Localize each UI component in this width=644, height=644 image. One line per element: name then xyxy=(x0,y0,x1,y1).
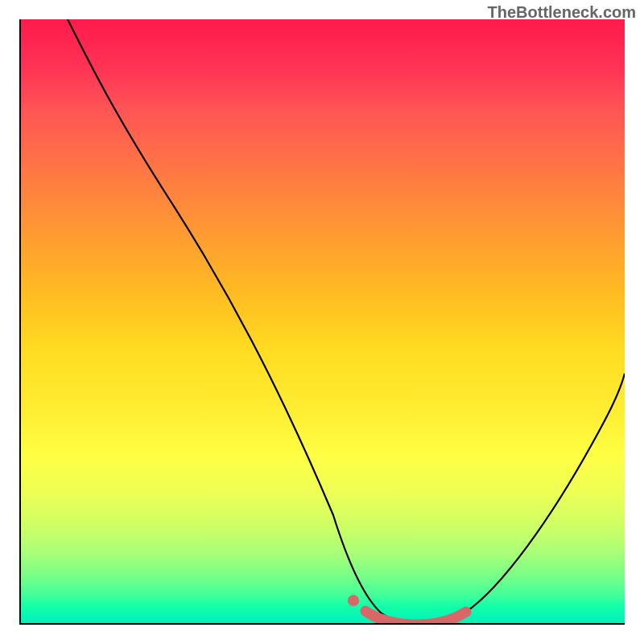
x-axis xyxy=(19,623,625,625)
attribution-label: TheBottleneck.com xyxy=(488,3,636,22)
plot-gradient-background xyxy=(19,19,625,625)
y-axis xyxy=(19,19,21,625)
chart-container: TheBottleneck.com xyxy=(0,0,644,644)
